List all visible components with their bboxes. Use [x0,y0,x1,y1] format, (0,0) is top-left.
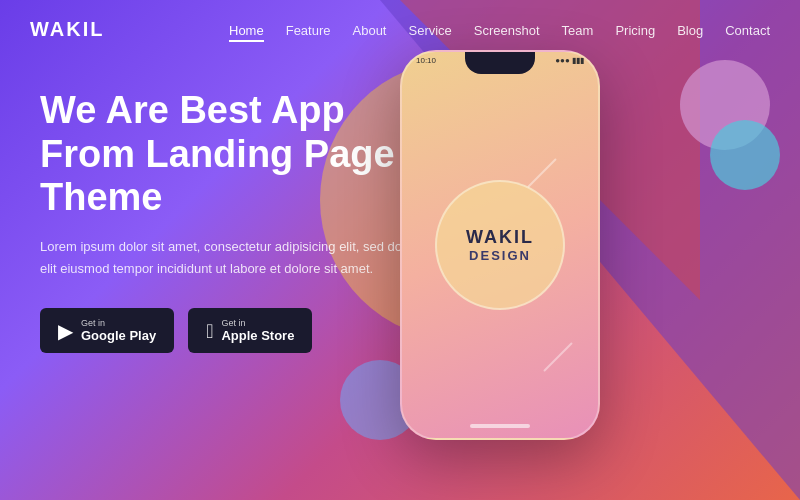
nav-logo: WAKIL [30,18,104,41]
nav-link-about[interactable]: About [353,23,387,38]
google-play-icon: ▶ [58,321,73,341]
nav-item-pricing[interactable]: Pricing [615,21,655,39]
phone-screen: WAKIL DESIGN [402,52,598,438]
nav-item-team[interactable]: Team [562,21,594,39]
nav-link-blog[interactable]: Blog [677,23,703,38]
hero-title: We Are Best App From Landing Page Theme [40,89,440,220]
phone-home-bar [470,424,530,428]
nav-item-contact[interactable]: Contact [725,21,770,39]
navbar: WAKIL Home Feature About Service Screens… [0,0,800,59]
phone-mockup: 10:10 ●●● ▮▮▮ WAKIL DESIGN [400,50,600,440]
hero-description: Lorem ipsum dolor sit amet, consectetur … [40,236,420,280]
phone-sub: DESIGN [469,248,531,263]
phone-line-2 [543,342,573,372]
apple-store-text: Get in Apple Store [221,318,294,343]
nav-link-home[interactable]: Home [229,23,264,42]
phone-body: 10:10 ●●● ▮▮▮ WAKIL DESIGN [400,50,600,440]
nav-item-screenshot[interactable]: Screenshot [474,21,540,39]
phone-line-1 [527,158,557,188]
bg-circle-cyan [710,120,780,190]
apple-store-button[interactable]:  Get in Apple Store [188,308,312,353]
phone-circle: WAKIL DESIGN [435,180,565,310]
page-wrapper: WAKIL Home Feature About Service Screens… [0,0,800,500]
google-play-button[interactable]: ▶ Get in Google Play [40,308,174,353]
nav-link-team[interactable]: Team [562,23,594,38]
button-group: ▶ Get in Google Play  Get in Apple Stor… [40,308,440,353]
nav-item-home[interactable]: Home [229,21,264,39]
nav-item-about[interactable]: About [353,21,387,39]
nav-item-service[interactable]: Service [408,21,451,39]
nav-link-contact[interactable]: Contact [725,23,770,38]
phone-brand: WAKIL [466,227,534,248]
nav-links: Home Feature About Service Screenshot Te… [229,21,770,39]
nav-link-service[interactable]: Service [408,23,451,38]
apple-icon:  [206,321,213,341]
nav-item-feature[interactable]: Feature [286,21,331,39]
nav-link-screenshot[interactable]: Screenshot [474,23,540,38]
nav-link-pricing[interactable]: Pricing [615,23,655,38]
nav-link-feature[interactable]: Feature [286,23,331,38]
google-play-text: Get in Google Play [81,318,156,343]
nav-item-blog[interactable]: Blog [677,21,703,39]
